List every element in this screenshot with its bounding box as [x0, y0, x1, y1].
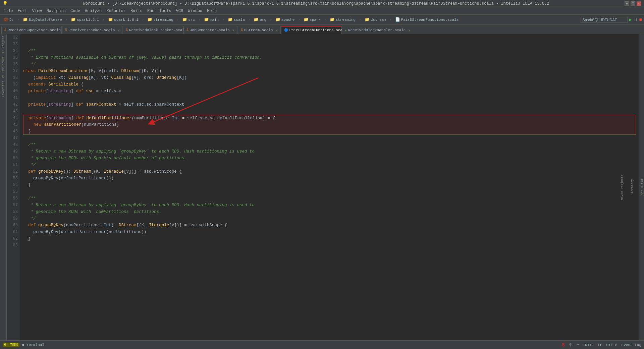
- sep5: ›: [177, 18, 179, 22]
- maximize-button[interactable]: □: [631, 1, 635, 6]
- tab-label-1: ReceiverSupervisor.scala: [8, 28, 61, 32]
- menu-tools[interactable]: Tools: [157, 8, 173, 14]
- status-right: S 中 ⌨ 101:1 LF UTF-8 Event Log: [562, 342, 641, 348]
- run-button[interactable]: ▶: [629, 17, 632, 22]
- tab-received-block-handler[interactable]: ✦ ReceivedBlockHandler.scala ✕: [342, 26, 402, 34]
- toolbar-streaming-label: streaming: [153, 18, 173, 22]
- tab-pair-dstream-functions[interactable]: 🔵 PairDStreamFunctions.scala ✕: [281, 26, 341, 34]
- line-40: private[streaming] def ssc = self.ssc: [23, 88, 636, 95]
- toolbar-spark161[interactable]: 📁 spark1.6.1: [69, 16, 100, 23]
- line-52: def groupByKey(): DStream[(K, Iterable[V…: [23, 168, 636, 175]
- toolbar-main[interactable]: 📁 main: [203, 16, 220, 23]
- menu-run[interactable]: Run: [145, 8, 157, 14]
- menu-vcs[interactable]: VCS: [174, 8, 185, 14]
- toolbar-right: ▶ ⏸ ■: [581, 17, 642, 23]
- folder-icon-10: 📁: [304, 17, 309, 22]
- tab-receiver-supervisor[interactable]: S ReceiverSupervisor.scala ✕: [1, 26, 62, 34]
- folder-icon-1: 📁: [23, 17, 28, 22]
- tab-close-5[interactable]: ✕: [276, 28, 278, 32]
- line-34: /**: [23, 48, 636, 54]
- project-icon[interactable]: 1: Project: [2, 36, 5, 54]
- line-32: [23, 34, 636, 41]
- tab-job-generator[interactable]: S JobGenerator.scala ✕: [183, 26, 237, 34]
- toolbar-org[interactable]: 📁 org: [252, 16, 268, 23]
- line-39: extends Serializable {: [23, 81, 636, 88]
- tab-label-6: PairDStreamFunctions.scala: [289, 28, 347, 32]
- folder-icon-11: 📁: [330, 17, 335, 22]
- tab-close-7[interactable]: ✕: [408, 28, 410, 32]
- menu-help[interactable]: Help: [205, 8, 219, 14]
- tab-received-block-tracker[interactable]: S ReceivedBlockTracker.scala ✕: [123, 26, 183, 34]
- toolbar-dstream[interactable]: 📁 dstream: [363, 16, 387, 23]
- line-50: * generate the RDDs with Spark's default…: [23, 155, 636, 162]
- file-icon: 📄: [395, 17, 400, 22]
- toolbar-dstream-label: dstream: [371, 18, 386, 22]
- minimize-button[interactable]: —: [625, 1, 629, 6]
- tab-dstream[interactable]: S DStream.scala ✕: [238, 26, 281, 34]
- drive-icon: 💼: [3, 17, 8, 22]
- sep2: ›: [65, 18, 68, 22]
- scala-file-icon-1: S: [4, 28, 6, 32]
- line-60: def groupByKey(numPartitions: Int): DStr…: [23, 222, 636, 229]
- debug-button[interactable]: ⏸: [633, 17, 638, 22]
- toolbar-spark2[interactable]: 📁 spark: [302, 16, 322, 23]
- folder-icon-7: 📁: [228, 17, 233, 22]
- line-46: }: [23, 128, 636, 135]
- line-37: class PairDStreamFunctions[K, V](self: D…: [23, 68, 636, 74]
- ant-build-label[interactable]: Ant Build: [641, 179, 644, 195]
- menu-build[interactable]: Build: [128, 8, 145, 14]
- event-log-button[interactable]: Event Log: [622, 343, 641, 347]
- line-45: new HashPartitioner(numPartitions): [23, 121, 636, 128]
- tab-close-2[interactable]: ✕: [118, 28, 120, 32]
- sep9: ›: [270, 18, 272, 22]
- line-62: }: [23, 235, 636, 242]
- menu-view[interactable]: View: [30, 8, 44, 14]
- tab-close-4[interactable]: ✕: [232, 28, 234, 32]
- tab-receiver-tracker[interactable]: S ReceiverTracker.scala ✕: [62, 26, 122, 34]
- toolbar-apache-label: apache: [281, 18, 295, 22]
- menu-refactor[interactable]: Refactor: [104, 8, 128, 14]
- toolbar-bigdata[interactable]: 📁 BigDataSoftware: [21, 16, 63, 23]
- sep12: ›: [359, 18, 361, 22]
- toolbar-bigdata-label: BigDataSoftware: [29, 18, 62, 22]
- sep4: ›: [142, 18, 144, 22]
- search-input[interactable]: [581, 17, 628, 23]
- toolbar-streaming2-label: streaming: [336, 18, 356, 22]
- menu-navigate[interactable]: Navigate: [44, 8, 68, 14]
- toolbar-streaming[interactable]: 📁 streaming: [146, 16, 174, 23]
- toolbar-src[interactable]: 📁 src: [181, 16, 196, 23]
- todo-badge[interactable]: 6: TODO: [3, 343, 19, 347]
- code-editor[interactable]: 32 33 34 35 36 37 38 39 40 41 42 43 44 4…: [7, 34, 639, 340]
- toolbar-scala[interactable]: 📁 scala: [226, 16, 246, 23]
- line-numbers: 32 33 34 35 36 37 38 39 40 41 42 43 44 4…: [7, 34, 20, 340]
- line-42: private[streaming] def sparkContext = se…: [23, 101, 636, 108]
- status-left: 6: TODO ■ Terminal: [3, 343, 44, 347]
- line-57: * Return a new DStream by applying `grou…: [23, 202, 636, 209]
- tab-bar: S ReceiverSupervisor.scala ✕ S ReceiverT…: [0, 25, 644, 34]
- toolbar-apache[interactable]: 📁 apache: [274, 16, 296, 23]
- lang-indicator: 中: [569, 342, 573, 347]
- folder-icon-3: 📁: [108, 17, 113, 22]
- menu-analyze[interactable]: Analyze: [83, 8, 104, 14]
- menu-code[interactable]: Code: [68, 8, 82, 14]
- keyboard-icon: ⌨: [577, 343, 579, 347]
- stop-button[interactable]: ■: [639, 17, 642, 22]
- toolbar-drive[interactable]: 💼 D:: [2, 16, 15, 23]
- line-ending: LF: [598, 343, 602, 347]
- menu-edit[interactable]: Edit: [16, 8, 30, 14]
- menu-window[interactable]: Window: [186, 8, 204, 14]
- close-button[interactable]: ✕: [637, 1, 641, 6]
- structure-icon[interactable]: 2: Structure: [2, 56, 5, 78]
- toolbar-spark[interactable]: 📁 spark-1.6.1: [107, 16, 140, 23]
- favorites-icon[interactable]: Favorites: [2, 81, 5, 97]
- terminal-button[interactable]: ■ Terminal: [22, 343, 44, 347]
- tab-label-5: DStream.scala: [244, 28, 273, 32]
- hierarchy-label[interactable]: Hierarchy: [631, 179, 634, 195]
- toolbar-streaming2[interactable]: 📁 streaming: [328, 16, 357, 23]
- toolbar-file[interactable]: 📄 PairDStreamFunctions.scala: [394, 16, 460, 23]
- maven-label[interactable]: Maven Projects: [621, 175, 624, 200]
- cursor-position: 101:1: [583, 343, 594, 347]
- main-content: 1: Project 2: Structure Favorites 32 33 …: [0, 34, 644, 340]
- menu-file[interactable]: File: [1, 8, 15, 14]
- code-text[interactable]: /** * Extra functions available on DStre…: [20, 34, 639, 340]
